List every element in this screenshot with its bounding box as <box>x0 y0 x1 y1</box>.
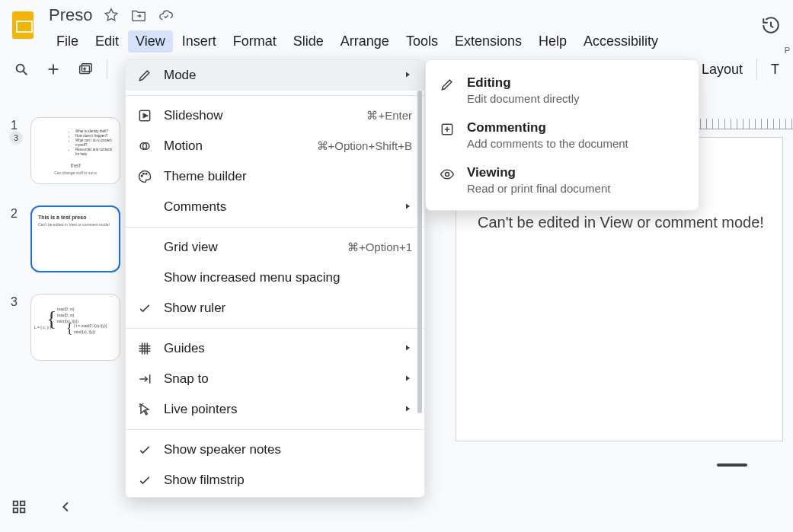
view-menu-dropdown: Mode Slideshow ⌘+Enter Motion ⌘+Option+S… <box>125 59 425 498</box>
motion-icon <box>136 139 153 154</box>
svg-point-10 <box>141 175 142 177</box>
comment-add-icon <box>440 122 456 140</box>
check-icon <box>136 473 153 488</box>
svg-point-14 <box>446 173 449 177</box>
slide-thumbnail[interactable]: What is identity theft? How does it happ… <box>30 117 120 184</box>
version-history-icon[interactable] <box>761 15 781 38</box>
svg-rect-6 <box>21 508 25 513</box>
menu-separator <box>126 328 424 329</box>
slide-thumbnail[interactable]: { { L = { x, y } max(0, m) max(0, m) min… <box>30 294 120 361</box>
titlebar: Preso File Edit View Insert Format Slide… <box>0 0 793 53</box>
slide-number: 1 <box>11 117 23 184</box>
menu-item-theme-builder[interactable]: Theme builder <box>126 161 424 192</box>
menu-slide[interactable]: Slide <box>286 30 331 53</box>
slide-entry-3[interactable]: 3 { { L = { x, y } max(0, m) max(0, m) m… <box>11 294 123 361</box>
menu-view[interactable]: View <box>128 30 173 53</box>
new-slide-layout-button[interactable] <box>72 56 99 83</box>
mode-option-editing[interactable]: Editing Edit document directly <box>430 68 694 113</box>
play-icon <box>136 108 153 123</box>
slide-entry-2[interactable]: 2 This is a test preso Can't be edited i… <box>11 205 123 272</box>
menu-item-increased-spacing[interactable]: Show increased menu spacing <box>126 263 424 293</box>
menu-separator <box>126 227 424 228</box>
menu-format[interactable]: Format <box>225 30 284 53</box>
menu-arrange[interactable]: Arrange <box>333 30 397 53</box>
menu-separator <box>126 95 424 96</box>
menu-item-motion[interactable]: Motion ⌘+Option+Shift+B <box>126 131 424 161</box>
menu-item-grid-view[interactable]: Grid view ⌘+Option+1 <box>126 232 424 263</box>
snap-icon <box>136 371 153 387</box>
svg-point-11 <box>143 173 145 174</box>
slide-body-text: Can't be edited in View or comment mode! <box>478 214 764 231</box>
menu-edit[interactable]: Edit <box>88 30 126 53</box>
menu-item-snap-to[interactable]: Snap to <box>126 364 424 394</box>
check-icon <box>136 301 153 316</box>
slide-number: 2 <box>11 205 23 272</box>
pointer-icon <box>136 402 153 417</box>
toolbar-cut-right[interactable]: T <box>756 59 793 80</box>
menu-item-show-speaker-notes[interactable]: Show speaker notes <box>126 435 424 465</box>
menu-item-live-pointers[interactable]: Live pointers <box>126 394 424 425</box>
grid-view-icon[interactable] <box>11 499 27 520</box>
palette-icon <box>136 169 153 184</box>
chevron-right-icon <box>403 199 412 215</box>
comment-count-badge[interactable]: 3 <box>9 131 23 145</box>
svg-rect-4 <box>21 502 25 506</box>
star-icon[interactable] <box>103 7 120 24</box>
mode-submenu: Editing Edit document directly Commentin… <box>425 59 699 211</box>
menu-file[interactable]: File <box>49 30 86 53</box>
chevron-right-icon <box>403 341 412 356</box>
chevron-right-icon <box>403 371 412 387</box>
slides-logo-icon <box>12 11 34 39</box>
menu-item-show-ruler[interactable]: Show ruler <box>126 293 424 323</box>
cloud-saved-icon[interactable] <box>158 7 174 24</box>
document-title[interactable]: Preso <box>49 5 92 25</box>
menu-item-comments[interactable]: Comments <box>126 192 424 222</box>
chevron-right-icon <box>403 402 412 417</box>
menu-item-show-filmstrip[interactable]: Show filmstrip <box>126 465 424 495</box>
menu-tools[interactable]: Tools <box>398 30 446 53</box>
menu-item-slideshow[interactable]: Slideshow ⌘+Enter <box>126 100 424 131</box>
slides-logo[interactable] <box>8 5 38 46</box>
move-folder-icon[interactable] <box>130 7 147 24</box>
speaker-notes-resize-handle[interactable] <box>717 464 747 467</box>
menu-item-guides[interactable]: Guides <box>126 333 424 364</box>
check-icon <box>136 442 153 457</box>
menu-accessibility[interactable]: Accessibility <box>576 30 666 53</box>
pencil-icon <box>440 77 456 95</box>
toolbar-separator <box>107 59 107 79</box>
svg-rect-3 <box>14 502 18 506</box>
thumb-content: What is identity theft? How does it happ… <box>42 129 114 157</box>
new-slide-button[interactable] <box>40 56 67 83</box>
slide-number: 3 <box>11 294 23 361</box>
mode-option-viewing[interactable]: Viewing Read or print final document <box>430 158 694 202</box>
menu-help[interactable]: Help <box>531 30 574 53</box>
search-menus-button[interactable] <box>8 56 35 83</box>
svg-point-0 <box>17 65 24 72</box>
slide-thumbnail-selected[interactable]: This is a test preso Can't be edited in … <box>30 205 120 272</box>
slide-entry-1[interactable]: 1 What is identity theft? How does it ha… <box>11 117 123 184</box>
svg-rect-5 <box>14 508 18 513</box>
svg-point-12 <box>145 173 147 174</box>
chevron-right-icon <box>403 68 412 83</box>
menu-insert[interactable]: Insert <box>174 30 224 53</box>
menu-extensions[interactable]: Extensions <box>447 30 529 53</box>
eye-icon <box>440 167 456 185</box>
guides-icon <box>136 341 153 356</box>
pencil-icon <box>136 68 153 83</box>
menu-item-mode[interactable]: Mode <box>126 60 424 91</box>
chevron-left-icon[interactable] <box>58 499 75 520</box>
filmstrip: 1 What is identity theft? How does it ha… <box>0 94 130 532</box>
mode-option-commenting[interactable]: Commenting Add comments to the document <box>430 113 694 158</box>
svg-rect-2 <box>82 64 91 72</box>
menubar: File Edit View Insert Format Slide Arran… <box>49 30 666 53</box>
menu-separator <box>126 429 424 430</box>
